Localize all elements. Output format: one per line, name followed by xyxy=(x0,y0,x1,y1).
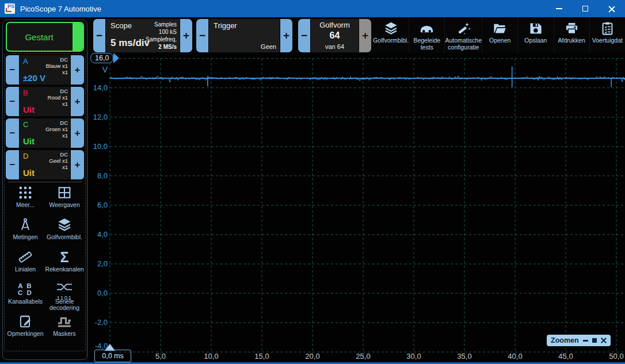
sidebar-tool-meer[interactable]: Meer... xyxy=(6,183,45,216)
maximize-button[interactable] xyxy=(572,0,599,17)
toolbar-button-voertuigdat[interactable]: Voertuigdat xyxy=(589,17,625,53)
save-icon xyxy=(528,19,543,37)
waveform-nav-group: − Golfvorm 64 van 64 + xyxy=(298,19,371,52)
rulers-icon xyxy=(17,248,33,266)
channel-c-minus-button[interactable]: − xyxy=(6,118,19,148)
waveform-nav-title: Golfvorm xyxy=(311,21,359,29)
zoom-close-icon[interactable] xyxy=(601,338,607,343)
toolbar-buttons: Golfvormbibl. Begeleide tests Automatisc… xyxy=(373,17,625,53)
sidebar-tool-opmerkingen[interactable]: Opmerkingen xyxy=(6,312,45,344)
top-scale-marker[interactable]: 16,0 xyxy=(90,53,119,63)
y-axis-tick-label: -2,0 xyxy=(88,318,108,327)
waveform-prev-button[interactable]: − xyxy=(298,19,310,52)
y-axis-tick-label: 12,0 xyxy=(88,113,108,122)
channel-c-body[interactable]: C Uit DCGroen x1x1 xyxy=(20,118,70,148)
sidebar-tool-label: Meer... xyxy=(16,202,35,208)
sidebar-tool-rekenkanalen[interactable]: Σ Rekenkanalen xyxy=(45,248,84,280)
toolbar-button-afdrukken[interactable]: Afdrukken xyxy=(554,17,589,53)
channel-letter: B xyxy=(23,89,28,97)
scope-timebase: 5 ms/div xyxy=(110,37,150,49)
toolbar-button-label: Begeleide tests xyxy=(409,37,444,51)
toolbar-button-automatische-configuratie[interactable]: Automatische configuratie xyxy=(444,17,482,53)
scope-plot[interactable] xyxy=(88,53,625,362)
sidebar-tools: Meer... Weergaven Metingen Golfvormbibl.… xyxy=(6,183,84,344)
toolbar-button-openen[interactable]: Openen xyxy=(482,17,517,53)
x-axis-tick-label: 10,0 xyxy=(197,352,226,361)
channel-b-body[interactable]: B Uit DCRood x1x1 xyxy=(20,87,70,116)
top-toolbar: − Scope 5 ms/div Samples 100 kS Samplefr… xyxy=(0,17,625,53)
channel-settings-info: DCRood x1x1 xyxy=(48,88,68,107)
toolbar-button-opslaan[interactable]: Opslaan xyxy=(517,17,553,53)
sidebar-tool-weergaven[interactable]: Weergaven xyxy=(45,183,84,216)
sidebar-tool-kanaallabels[interactable]: A BC D Kanaallabels xyxy=(6,280,45,312)
waveform-index: 64 xyxy=(311,30,359,41)
zoom-maximize-icon[interactable] xyxy=(592,338,597,343)
channel-status: Uit xyxy=(23,105,35,114)
close-button[interactable] xyxy=(599,0,625,17)
channel-c-plus-button[interactable]: + xyxy=(71,118,84,148)
channel-d-panel: − D Uit DCGeel x1x1 + xyxy=(6,150,84,179)
channel-settings-info: DCGroen x1x1 xyxy=(45,120,68,139)
scope-view[interactable]: 16,0 V -4,0 0,0 ms Zoomen 14,012,010,08,… xyxy=(87,53,625,362)
toolbar-button-label: Automatische configuratie xyxy=(445,37,482,51)
trigger-control-group: − Trigger Geen + xyxy=(196,19,292,52)
y-axis-tick-label: 10,0 xyxy=(88,142,108,151)
zoom-overlay[interactable]: Zoomen xyxy=(547,335,611,346)
y-axis-tick-label: 4,0 xyxy=(88,230,108,239)
close-icon xyxy=(608,5,615,12)
measurements-icon xyxy=(17,216,33,234)
y-axis-tick-label: 8,0 xyxy=(88,171,108,181)
folder-open-icon xyxy=(492,19,508,37)
waveform-nav-panel[interactable]: Golfvorm 64 van 64 xyxy=(311,19,359,52)
sidebar-tool-maskers[interactable]: Maskers xyxy=(45,312,84,344)
sidebar-tool-metingen[interactable]: Metingen xyxy=(6,216,45,248)
channel-a-plus-button[interactable]: + xyxy=(71,55,84,85)
waveform-next-button[interactable]: + xyxy=(359,19,371,52)
y-axis-tick-label: 0,0 xyxy=(88,289,108,298)
sidebar-tool-seri-le-decodering[interactable]: 1101 Seriële decodering xyxy=(45,280,84,312)
toolbar-button-label: Opslaan xyxy=(524,37,547,44)
math-channels-icon: Σ xyxy=(60,248,68,266)
sidebar-tool-linialen[interactable]: Linialen xyxy=(6,248,45,280)
waveform-library-icon xyxy=(383,19,399,37)
channel-a-body[interactable]: A ±20 V DCBlauw x1x1 xyxy=(20,55,70,85)
start-button-label: Gestart xyxy=(7,23,71,51)
toolbar-button-begeleide-tests[interactable]: Begeleide tests xyxy=(409,17,444,53)
trigger-minus-button[interactable]: − xyxy=(196,19,208,52)
top-scale-arrow-icon xyxy=(113,53,119,63)
scope-minus-button[interactable]: − xyxy=(93,19,105,52)
sidebar-tool-label: Weergaven xyxy=(49,202,80,208)
trigger-plus-button[interactable]: + xyxy=(280,19,292,52)
waveform-count: van 64 xyxy=(311,43,359,50)
toolbar-button-golfvormbibl[interactable]: Golfvormbibl. xyxy=(373,17,409,53)
scope-sample-info: Samples 100 kS Samplefreq. 2 MS/s xyxy=(146,21,177,51)
channel-b-plus-button[interactable]: + xyxy=(71,87,84,116)
channel-d-plus-button[interactable]: + xyxy=(71,150,84,179)
trigger-title: Trigger xyxy=(214,21,237,30)
x-axis-tick-label: 40,0 xyxy=(501,352,529,361)
channel-a-panel: − A ±20 V DCBlauw x1x1 + xyxy=(6,55,84,85)
start-stop-button[interactable]: Gestart xyxy=(6,22,84,52)
toolbar-button-label: Golfvormbibl. xyxy=(373,37,409,44)
channel-letter: D xyxy=(23,152,28,160)
channel-b-minus-button[interactable]: − xyxy=(6,87,19,116)
scope-panel[interactable]: Scope 5 ms/div Samples 100 kS Samplefreq… xyxy=(106,19,180,52)
scope-plus-button[interactable]: + xyxy=(180,19,192,52)
channel-settings-info: DCBlauw x1x1 xyxy=(45,56,68,75)
trigger-mode: Geen xyxy=(261,43,276,50)
scope-control-group: − Scope 5 ms/div Samples 100 kS Samplefr… xyxy=(93,19,192,52)
sidebar-tool-label: Seriële decodering xyxy=(45,298,84,311)
trigger-panel[interactable]: Trigger Geen xyxy=(209,19,280,52)
minimize-icon xyxy=(556,8,562,9)
app-icon: PS xyxy=(5,3,15,14)
channel-d-minus-button[interactable]: − xyxy=(6,150,19,179)
samples-value: 100 kS xyxy=(146,28,177,36)
zoom-minimize-icon[interactable] xyxy=(583,340,588,342)
printer-icon xyxy=(564,19,580,37)
channel-c-panel: − C Uit DCGroen x1x1 + xyxy=(6,118,84,148)
sidebar-tool-golfvormbibl[interactable]: Golfvormbibl. xyxy=(45,216,84,248)
channel-d-body[interactable]: D Uit DCGeel x1x1 xyxy=(20,150,70,179)
channel-a-minus-button[interactable]: − xyxy=(6,55,19,85)
x-axis-tick-label: 15,0 xyxy=(247,352,276,361)
minimize-button[interactable] xyxy=(546,0,572,17)
